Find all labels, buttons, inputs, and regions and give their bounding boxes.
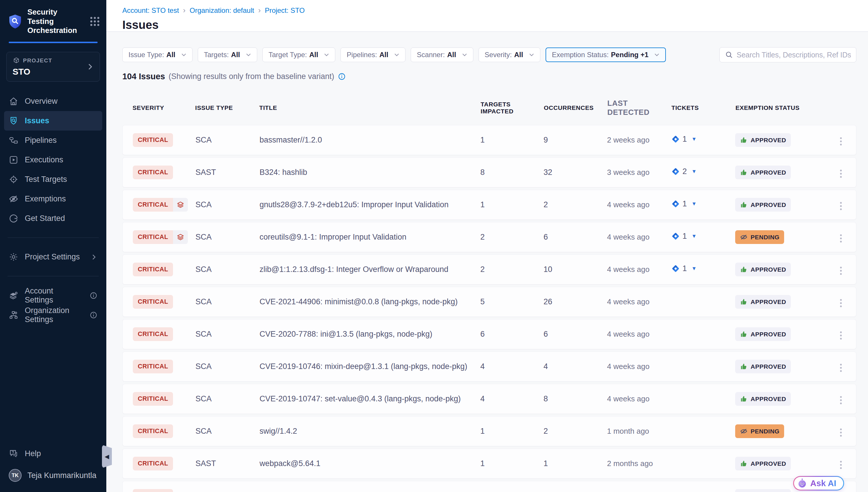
row-menu-button[interactable] — [837, 167, 845, 181]
table-row[interactable]: CRITICAL SCA CVE-2019-10747: set-value@0… — [122, 384, 856, 414]
issue-title[interactable]: CVE-2021-44906: minimist@0.0.8 (lang-pkg… — [260, 297, 480, 306]
column-exemption-status[interactable]: EXEMPTION STATUS — [735, 104, 837, 111]
severity-label: CRITICAL — [133, 263, 173, 276]
row-menu-button[interactable] — [837, 134, 845, 148]
issue-type: SAST — [195, 459, 260, 468]
thumbs-up-icon — [740, 266, 748, 273]
filter-targets[interactable]: Targets: All — [198, 48, 257, 62]
sidebar-item-get-started[interactable]: Get Started — [4, 209, 102, 228]
sidebar-item-label: Account Settings — [25, 287, 83, 304]
filter-row: Issue Type: All Targets: All Target Type… — [122, 47, 856, 63]
severity-label: CRITICAL — [133, 457, 173, 470]
table-row[interactable]: CRITICAL SCA coreutils@9.1-1: Improper I… — [122, 222, 856, 252]
user-profile[interactable]: TK Teja Kummarikuntla — [4, 465, 102, 486]
table-row[interactable]: CRITICAL SAST django@1.2 1 22 2 months a… — [122, 481, 856, 492]
row-menu-button[interactable] — [837, 393, 845, 407]
row-menu-button[interactable] — [837, 296, 845, 310]
sidebar-item-label: Executions — [25, 155, 63, 164]
variants-segment[interactable] — [173, 230, 188, 244]
row-menu-button[interactable] — [837, 199, 845, 213]
issue-title[interactable]: CVE-2019-10746: mixin-deep@1.3.1 (lang-p… — [260, 362, 480, 371]
sidebar-footer: Help TK Teja Kummarikuntla — [0, 444, 106, 492]
table-row[interactable]: CRITICAL SAST webpack@5.64.1 1 1 2 month… — [122, 448, 856, 478]
sidebar-collapse-handle[interactable]: ◀ — [102, 445, 112, 468]
table-row[interactable]: CRITICAL SCA swig//1.4.2 1 2 1 month ago… — [122, 416, 856, 446]
ticket-link[interactable]: 1 ▼ — [671, 135, 697, 144]
table-row[interactable]: CRITICAL SCA zlib@1:1.2.13.dfsg-1: Integ… — [122, 254, 856, 285]
exemption-status-label: APPROVED — [751, 169, 786, 176]
filter-pipelines[interactable]: Pipelines: All — [341, 48, 405, 62]
filter-target-type[interactable]: Target Type: All — [262, 48, 335, 62]
project-label-row: PROJECT — [12, 57, 94, 65]
issue-title[interactable]: bassmaster//1.2.0 — [260, 136, 480, 145]
table-row[interactable]: CRITICAL SCA CVE-2019-10746: mixin-deep@… — [122, 351, 856, 382]
column-occurrences[interactable]: OCCURRENCES — [544, 104, 607, 111]
column-severity[interactable]: SEVERITY — [133, 104, 195, 111]
filter-severity[interactable]: Severity: All — [479, 48, 540, 62]
column-last-detected[interactable]: LAST DETECTED — [607, 99, 672, 117]
breadcrumb-separator: › — [258, 6, 261, 15]
column-tickets[interactable]: TICKETS — [672, 104, 735, 111]
breadcrumb-account-link[interactable]: Account: STO test — [122, 6, 179, 15]
issue-title[interactable]: swig//1.4.2 — [260, 427, 480, 436]
search-icon — [725, 51, 733, 59]
column-title[interactable]: TITLE — [259, 104, 481, 111]
sidebar-item-issues[interactable]: Issues — [4, 111, 102, 130]
row-menu-button[interactable] — [837, 425, 845, 440]
column-targets-impacted[interactable]: TARGETS IMPACTED — [481, 101, 544, 115]
sidebar-item-account-settings[interactable]: Account Settings — [4, 286, 102, 305]
filter-issue-type[interactable]: Issue Type: All — [122, 48, 192, 62]
project-selector[interactable]: PROJECT STO — [6, 52, 100, 82]
table-row[interactable]: CRITICAL SCA CVE-2020-7788: ini@1.3.5 (l… — [122, 319, 856, 349]
breadcrumb-organization-link[interactable]: Organization: default — [190, 6, 254, 15]
table-row[interactable]: CRITICAL SAST B324: hashlib 8 32 3 weeks… — [122, 157, 856, 188]
sidebar-item-label: Help — [25, 449, 41, 458]
help-chat-icon — [9, 449, 18, 459]
column-issue-type[interactable]: ISSUE TYPE — [195, 104, 259, 111]
issue-title[interactable]: B324: hashlib — [260, 168, 480, 177]
issue-title[interactable]: webpack@5.64.1 — [260, 459, 480, 468]
issue-title[interactable]: CVE-2019-10747: set-value@0.4.3 (lang-pk… — [260, 394, 480, 403]
severity-label: CRITICAL — [133, 392, 173, 406]
breadcrumb-project-link[interactable]: Project: STO — [265, 6, 305, 15]
issue-title[interactable]: gnutls28@3.7.9-2+deb12u5: Improper Input… — [260, 200, 480, 209]
ticket-link[interactable]: 1 ▼ — [671, 232, 697, 241]
thumbs-up-icon — [740, 136, 748, 144]
ticket-link[interactable]: 1 ▼ — [671, 264, 697, 273]
sidebar-item-help[interactable]: Help — [4, 444, 102, 463]
sidebar-item-test-targets[interactable]: Test Targets — [4, 170, 102, 189]
filter-scanner[interactable]: Scanner: All — [411, 48, 473, 62]
chevron-down-icon — [245, 51, 252, 58]
row-menu-button[interactable] — [837, 361, 845, 375]
table-row[interactable]: CRITICAL SCA gnutls28@3.7.9-2+deb12u5: I… — [122, 190, 856, 220]
info-icon[interactable] — [338, 73, 346, 80]
sidebar-item-executions[interactable]: Executions — [4, 150, 102, 170]
sidebar-item-project-settings[interactable]: Project Settings — [4, 247, 102, 267]
ticket-link[interactable]: 2 ▼ — [671, 167, 697, 176]
sidebar-item-exemptions[interactable]: Exemptions — [4, 189, 102, 209]
sidebar-item-pipelines[interactable]: Pipelines — [4, 130, 102, 150]
chevron-down-icon — [528, 51, 535, 58]
jira-ticket-icon — [671, 232, 680, 241]
issue-title[interactable]: coreutils@9.1-1: Improper Input Validati… — [260, 232, 480, 242]
ticket-link[interactable]: 1 ▼ — [671, 199, 697, 208]
sidebar-item-organization-settings[interactable]: Organization Settings — [4, 305, 102, 325]
chevron-down-icon — [323, 51, 330, 58]
issue-title[interactable]: CVE-2020-7788: ini@1.3.5 (lang-pkgs, nod… — [260, 330, 480, 339]
issue-type: SCA — [195, 362, 260, 371]
row-menu-button[interactable] — [837, 458, 845, 472]
ask-ai-button[interactable]: Ask AI — [793, 476, 844, 491]
exemption-status-label: APPROVED — [751, 201, 786, 208]
sidebar-item-overview[interactable]: Overview — [4, 92, 102, 111]
row-menu-button[interactable] — [837, 264, 845, 278]
last-detected-value: 4 weeks ago — [607, 362, 671, 371]
table-row[interactable]: CRITICAL SCA bassmaster//1.2.0 1 9 2 wee… — [122, 125, 856, 155]
search-input[interactable] — [737, 51, 851, 59]
variants-segment[interactable] — [173, 198, 188, 212]
table-row[interactable]: CRITICAL SCA CVE-2021-44906: minimist@0.… — [122, 287, 856, 317]
row-menu-button[interactable] — [837, 231, 845, 245]
row-menu-button[interactable] — [837, 328, 845, 343]
issue-title[interactable]: zlib@1:1.2.13.dfsg-1: Integer Overflow o… — [260, 265, 480, 274]
module-grid-icon[interactable] — [90, 17, 99, 26]
filter-exemption-status[interactable]: Exemption Status: Pending +1 — [546, 48, 666, 62]
